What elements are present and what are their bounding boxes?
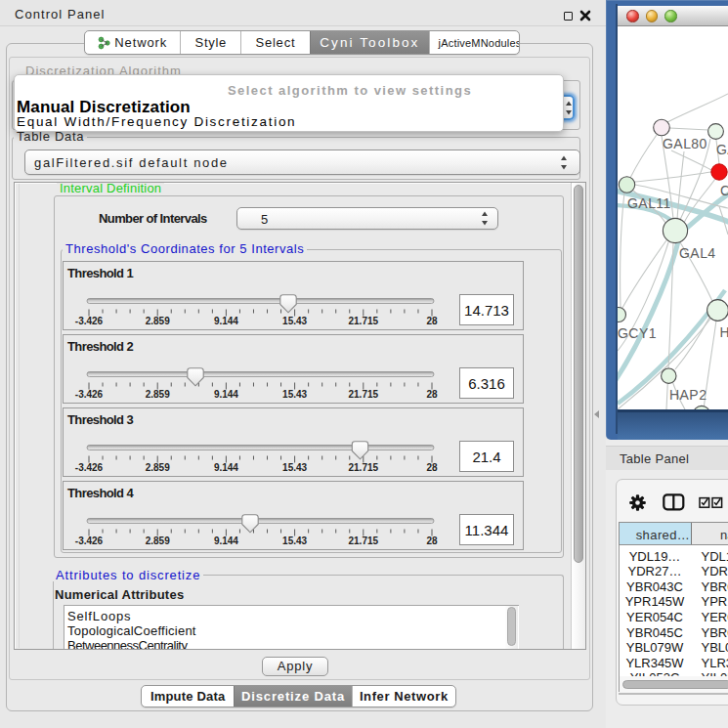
svg-text:HAP2: HAP2 xyxy=(669,387,707,403)
svg-text:GAL80: GAL80 xyxy=(663,136,707,151)
svg-text:GCY1: GCY1 xyxy=(618,325,657,341)
svg-text:H: H xyxy=(720,324,728,340)
svg-text:GAL4: GAL4 xyxy=(679,245,716,261)
svg-text:GA: GA xyxy=(716,142,728,157)
svg-text:C: C xyxy=(720,183,728,198)
svg-text:GAL11: GAL11 xyxy=(627,195,671,211)
